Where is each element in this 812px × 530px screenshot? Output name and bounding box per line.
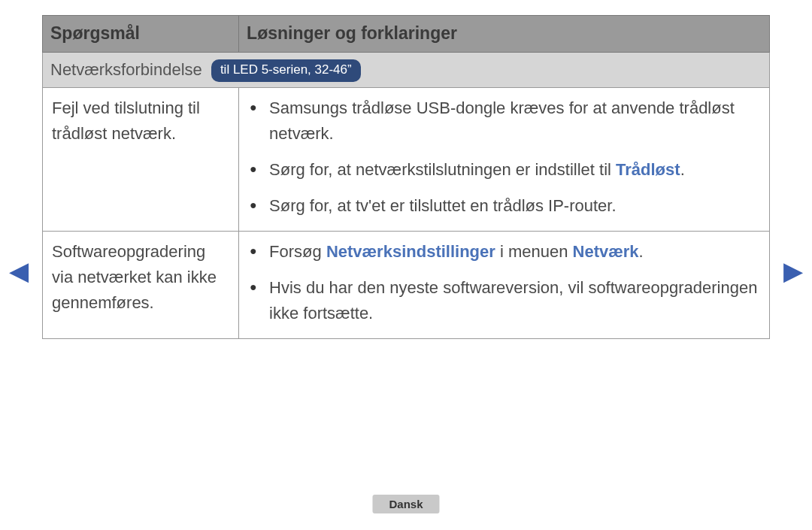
col-header-solutions: Løsninger og forklaringer <box>239 16 770 53</box>
section-title: Netværksforbindelse <box>50 60 202 79</box>
list-item: Hvis du har den nyeste softwareversion, … <box>248 275 760 326</box>
list-item: Forsøg Netværksindstillinger i menuen Ne… <box>248 239 760 265</box>
list-item: Samsungs trådløse USB-dongle kræves for … <box>248 95 760 147</box>
table-row: Softwareopgradering via netværket kan ik… <box>43 232 770 339</box>
list-item: Sørg for, at tv'et er tilsluttet en tråd… <box>248 193 760 219</box>
col-header-question: Spørgsmål <box>43 16 239 53</box>
prev-page-arrow[interactable]: ◀ <box>9 256 29 286</box>
next-page-arrow[interactable]: ▶ <box>783 256 803 286</box>
section-row: Netværksforbindelse til LED 5-serien, 32… <box>43 52 770 87</box>
troubleshooting-table: Spørgsmål Løsninger og forklaringer Netv… <box>42 15 770 339</box>
language-badge: Dansk <box>372 495 439 513</box>
question-cell: Softwareopgradering via netværket kan ik… <box>43 232 239 339</box>
answer-cell: Samsungs trådløse USB-dongle kræves for … <box>239 87 770 231</box>
question-cell: Fejl ved tilslutning til trådløst netvær… <box>43 87 239 231</box>
answer-cell: Forsøg Netværksindstillinger i menuen Ne… <box>239 232 770 339</box>
list-item: Sørg for, at netværkstilslutningen er in… <box>248 157 760 183</box>
section-pill: til LED 5-serien, 32-46” <box>211 59 361 81</box>
table-row: Fejl ved tilslutning til trådløst netvær… <box>43 87 770 231</box>
